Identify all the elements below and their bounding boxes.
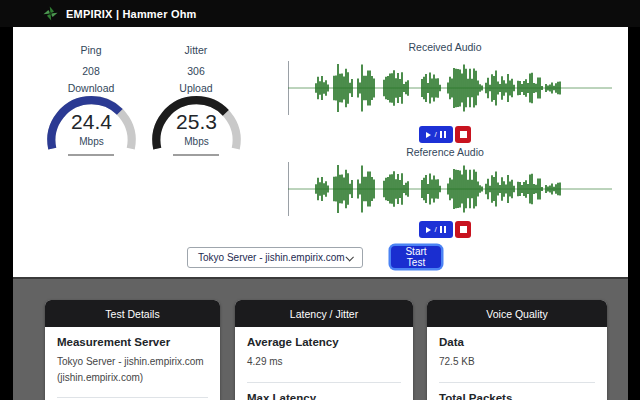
stop-icon xyxy=(460,131,467,138)
server-select-value: Tokyo Server - jishin.empirix.com xyxy=(198,252,345,263)
item-label: Measurement Server xyxy=(57,336,208,348)
received-audio-controls: / xyxy=(419,126,471,143)
list-item: Data 72.5 KB xyxy=(439,327,595,383)
download-gauge-baseline xyxy=(68,154,114,156)
server-select[interactable]: Tokyo Server - jishin.empirix.com xyxy=(187,247,363,268)
ping-value: 208 xyxy=(36,65,146,77)
item-label: Average Latency xyxy=(247,336,401,348)
card-title: Test Details xyxy=(45,300,220,327)
card-title: Latency / Jitter xyxy=(235,300,413,327)
download-unit: Mbps xyxy=(43,136,140,147)
upload-value: 25.3 xyxy=(148,110,245,134)
reference-audio-label: Reference Audio xyxy=(283,146,607,158)
card-title: Voice Quality xyxy=(427,300,607,327)
list-item: Max Latency xyxy=(247,383,401,400)
item-label: Total Packets xyxy=(439,392,595,400)
received-play-pause-button[interactable]: / xyxy=(419,126,453,143)
item-value: Tokyo Server - jishin.empirix.com (jishi… xyxy=(57,354,208,385)
list-item: Total Packets xyxy=(439,383,595,400)
pause-icon xyxy=(440,226,446,233)
header-bar: EMPIRIX | Hammer Ohm xyxy=(0,0,640,27)
jitter-value: 306 xyxy=(141,65,251,77)
download-value: 24.4 xyxy=(43,110,140,134)
play-icon xyxy=(426,227,431,233)
list-item: Average Latency 4.29 ms xyxy=(247,327,401,383)
stop-icon xyxy=(460,226,467,233)
play-icon xyxy=(426,132,431,138)
upload-unit: Mbps xyxy=(148,136,245,147)
reference-audio-controls: / xyxy=(419,221,471,238)
test-details-card: Test Details Measurement Server Tokyo Se… xyxy=(45,300,220,400)
item-value: 4.29 ms xyxy=(247,354,401,370)
received-audio-waveform xyxy=(288,57,612,119)
upload-gauge-baseline xyxy=(173,154,219,156)
list-item: Measurement Server Tokyo Server - jishin… xyxy=(57,327,208,398)
latency-jitter-card: Latency / Jitter Average Latency 4.29 ms… xyxy=(235,300,413,400)
ping-label: Ping xyxy=(36,44,146,56)
reference-stop-button[interactable] xyxy=(455,221,471,238)
app-title: EMPIRIX | Hammer Ohm xyxy=(66,8,197,20)
voice-quality-card: Voice Quality Data 72.5 KB Total Packets xyxy=(427,300,607,400)
pause-icon xyxy=(440,131,446,138)
received-audio-label: Received Audio xyxy=(283,41,607,53)
empirix-logo-icon xyxy=(42,5,59,22)
play-pause-separator: / xyxy=(434,226,436,234)
jitter-label: Jitter xyxy=(141,44,251,56)
item-label: Max Latency xyxy=(247,392,401,400)
item-value: 72.5 KB xyxy=(439,354,595,370)
reference-play-pause-button[interactable]: / xyxy=(419,221,453,238)
received-stop-button[interactable] xyxy=(455,126,471,143)
item-label: Data xyxy=(439,336,595,348)
play-pause-separator: / xyxy=(434,131,436,139)
chevron-down-icon xyxy=(345,253,353,261)
reference-audio-waveform xyxy=(288,158,612,220)
start-test-button[interactable]: Start Test xyxy=(391,246,441,268)
